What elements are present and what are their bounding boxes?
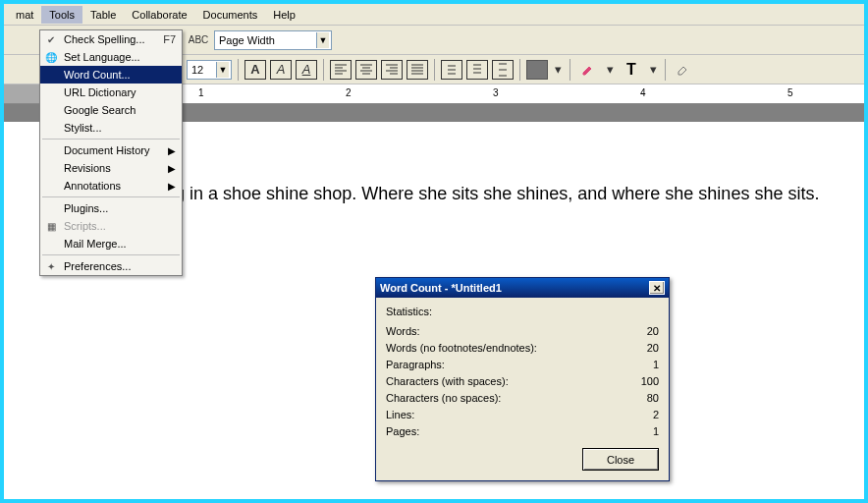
font-color-button[interactable]: T bbox=[620, 58, 643, 82]
align-justify-button[interactable] bbox=[407, 60, 428, 80]
menu-plugins[interactable]: Plugins... bbox=[40, 199, 182, 217]
separator bbox=[665, 59, 666, 81]
ruler-num: 1 bbox=[198, 87, 204, 98]
menu-check-spelling[interactable]: ✔ Check Spelling... F7 bbox=[40, 30, 182, 48]
language-icon: 🌐 bbox=[44, 50, 58, 64]
menu-annotations[interactable]: Annotations▶ bbox=[40, 177, 182, 195]
menu-collaborate[interactable]: Collaborate bbox=[124, 6, 194, 24]
ruler-num: 4 bbox=[640, 87, 646, 98]
menu-set-language[interactable]: 🌐 Set Language... bbox=[40, 48, 182, 66]
highlight-button[interactable] bbox=[576, 58, 600, 82]
menu-documents[interactable]: Documents bbox=[195, 6, 266, 24]
stat-chars-spaces: Characters (with spaces):100 bbox=[386, 373, 659, 390]
line-spacing-2-button[interactable] bbox=[466, 60, 488, 80]
separator bbox=[238, 59, 239, 81]
menu-format[interactable]: mat bbox=[8, 6, 41, 24]
submenu-arrow-icon: ▶ bbox=[168, 181, 176, 192]
menu-revisions[interactable]: Revisions▶ bbox=[40, 159, 182, 177]
fontsize-value: 12 bbox=[191, 64, 203, 76]
separator bbox=[519, 59, 520, 81]
menu-tools[interactable]: Tools bbox=[41, 6, 82, 24]
menu-scripts: ▦Scripts... bbox=[40, 217, 182, 235]
ruler-num: 2 bbox=[346, 87, 352, 98]
paint-brush-icon[interactable] bbox=[672, 58, 695, 82]
menu-mail-merge[interactable]: Mail Merge... bbox=[40, 235, 182, 252]
italic-button[interactable]: A bbox=[270, 60, 292, 80]
menubar: mat Tools Table Collaborate Documents He… bbox=[4, 4, 864, 26]
align-left-button[interactable] bbox=[330, 60, 352, 80]
stat-words-no-footnotes: Words (no footnotes/endnotes):20 bbox=[386, 340, 659, 357]
submenu-arrow-icon: ▶ bbox=[168, 145, 176, 156]
menu-word-count[interactable]: Word Count... bbox=[40, 66, 182, 84]
zoom-value: Page Width bbox=[219, 34, 275, 46]
menu-stylist[interactable]: Stylist... bbox=[40, 119, 182, 137]
script-icon: ▦ bbox=[44, 219, 58, 233]
chevron-down-icon[interactable]: ▼ bbox=[316, 32, 329, 48]
chevron-down-icon[interactable]: ▾ bbox=[552, 58, 564, 82]
dialog-title: Word Count - *Untitled1 bbox=[380, 282, 502, 294]
separator bbox=[434, 59, 435, 81]
spellcheck-icon: ✔ bbox=[44, 32, 58, 46]
menu-url-dictionary[interactable]: URL Dictionary bbox=[40, 84, 182, 101]
ruler-num: 3 bbox=[493, 87, 499, 98]
stat-chars-no-spaces: Characters (no spaces):80 bbox=[386, 390, 659, 407]
underline-button[interactable]: A bbox=[296, 60, 317, 80]
stat-paragraphs: Paragraphs:1 bbox=[386, 357, 659, 373]
close-icon[interactable]: ✕ bbox=[649, 281, 665, 295]
stat-lines: Lines:2 bbox=[386, 407, 659, 423]
statistics-heading: Statistics: bbox=[386, 306, 659, 317]
menu-document-history[interactable]: Document History▶ bbox=[40, 141, 182, 159]
menu-google-search[interactable]: Google Search bbox=[40, 101, 182, 119]
line-spacing-3-button[interactable] bbox=[492, 60, 514, 80]
align-center-button[interactable] bbox=[355, 60, 377, 80]
separator bbox=[323, 59, 324, 81]
chevron-down-icon[interactable]: ▼ bbox=[216, 62, 229, 78]
stat-words: Words:20 bbox=[386, 323, 659, 340]
separator bbox=[570, 59, 570, 81]
menu-preferences[interactable]: ✦Preferences... bbox=[40, 257, 182, 275]
stat-pages: Pages:1 bbox=[386, 423, 659, 440]
dialog-titlebar[interactable]: Word Count - *Untitled1 ✕ bbox=[376, 278, 669, 298]
align-right-button[interactable] bbox=[381, 60, 403, 80]
spellcheck-icon[interactable]: ABC bbox=[187, 28, 210, 52]
tools-dropdown: ✔ Check Spelling... F7 🌐 Set Language...… bbox=[39, 29, 183, 276]
menu-table[interactable]: Table bbox=[82, 6, 124, 24]
chevron-down-icon[interactable]: ▾ bbox=[604, 58, 616, 82]
bold-button[interactable]: A bbox=[244, 60, 266, 80]
fontsize-combo[interactable]: 12 ▼ bbox=[187, 60, 232, 80]
ruler-num: 5 bbox=[787, 87, 793, 98]
menu-help[interactable]: Help bbox=[265, 6, 303, 24]
submenu-arrow-icon: ▶ bbox=[168, 163, 176, 174]
close-button[interactable]: Close bbox=[582, 448, 659, 471]
blank-icon bbox=[44, 68, 58, 82]
line-spacing-1-button[interactable] bbox=[441, 60, 462, 80]
word-count-dialog: Word Count - *Untitled1 ✕ Statistics: Wo… bbox=[375, 277, 670, 481]
chevron-down-icon[interactable]: ▾ bbox=[647, 58, 659, 82]
color-swatch[interactable] bbox=[526, 60, 548, 80]
gear-icon: ✦ bbox=[44, 259, 58, 273]
zoom-combo[interactable]: Page Width ▼ bbox=[214, 30, 332, 50]
